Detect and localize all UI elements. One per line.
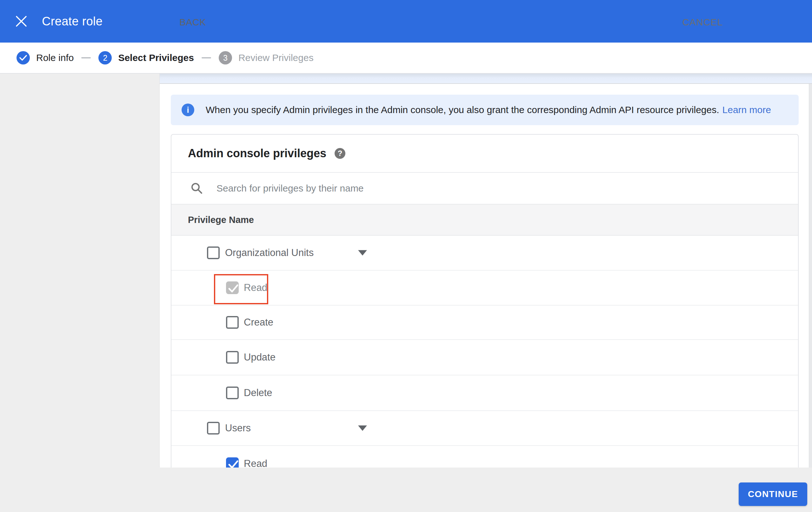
scrollbar[interactable]	[809, 84, 812, 467]
banner-message-text: When you specify Admin privileges in the…	[206, 105, 719, 115]
info-icon: i	[181, 104, 194, 116]
back-button[interactable]: BACK	[179, 0, 206, 45]
step-label: Select Privileges	[118, 52, 194, 63]
card-title: Admin console privileges	[188, 147, 326, 160]
column-header: Privilege Name	[188, 215, 254, 225]
table-row-delete: Delete	[171, 375, 798, 411]
checkbox-update[interactable]	[226, 351, 239, 364]
table-row-users-read: Read	[171, 446, 798, 467]
table-row-update: Update	[171, 340, 798, 375]
row-label: Read	[244, 282, 267, 294]
learn-more-link[interactable]: Learn more	[723, 105, 771, 115]
row-label: Update	[244, 352, 276, 363]
checkbox-users-read-checked[interactable]	[226, 457, 239, 467]
row-label: Users	[225, 423, 251, 434]
left-sidebar	[0, 74, 160, 512]
step-number: 2	[98, 51, 112, 64]
step-label: Review Privileges	[238, 52, 314, 63]
search-input[interactable]	[216, 183, 661, 194]
close-icon[interactable]	[14, 14, 29, 29]
scrolled-content-edge	[160, 74, 812, 84]
row-label: Delete	[244, 387, 272, 399]
checkbox-read-checked[interactable]	[226, 281, 239, 294]
table-row-create: Create	[171, 305, 798, 340]
checkbox-delete[interactable]	[226, 386, 239, 399]
table-row-users: Users	[171, 411, 798, 446]
help-icon[interactable]: ?	[335, 148, 345, 159]
checkbox-users[interactable]	[207, 422, 220, 434]
cancel-button[interactable]: CANCEL	[682, 0, 723, 45]
step-role-info[interactable]: Role info	[17, 51, 74, 64]
continue-button[interactable]: CONTINUE	[739, 482, 807, 506]
admin-privileges-card: Admin console privileges ? Privilege Nam…	[171, 134, 799, 467]
row-label: Organizational Units	[225, 247, 314, 259]
step-divider	[202, 57, 211, 58]
row-label: Read	[244, 458, 267, 467]
collapse-arrow-icon[interactable]	[358, 250, 367, 256]
step-divider	[81, 57, 91, 58]
step-label: Role info	[36, 52, 74, 63]
banner-message: When you specify Admin privileges in the…	[206, 105, 771, 115]
table-row-organizational-units: Organizational Units	[171, 236, 798, 271]
step-select-privileges[interactable]: 2 Select Privileges	[98, 51, 194, 64]
step-complete-check-icon	[17, 51, 30, 64]
info-banner: i When you specify Admin privileges in t…	[171, 95, 799, 125]
table-header-row: Privilege Name	[171, 204, 798, 236]
search-icon	[191, 182, 203, 195]
collapse-arrow-icon[interactable]	[358, 426, 367, 431]
card-title-row: Admin console privileges ?	[171, 135, 798, 172]
footer-bar	[0, 467, 812, 512]
stepper: Role info 2 Select Privileges 3 Review P…	[0, 43, 812, 74]
page-title: Create role	[42, 0, 103, 43]
privileges-search-row	[171, 172, 798, 204]
checkbox-organizational-units[interactable]	[207, 246, 220, 259]
checkbox-create[interactable]	[226, 316, 239, 329]
step-number: 3	[219, 51, 232, 64]
step-review-privileges[interactable]: 3 Review Privileges	[219, 51, 314, 64]
table-row-read: Read	[171, 271, 798, 305]
row-label: Create	[244, 317, 273, 328]
